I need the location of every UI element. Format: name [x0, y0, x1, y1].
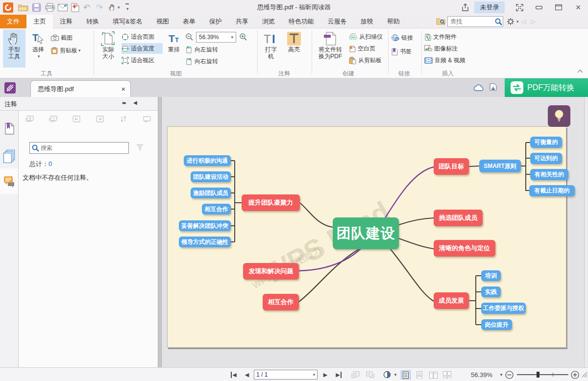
- mindmap-child-node[interactable]: 进行积极的沟通: [184, 155, 231, 166]
- fit-visible-button[interactable]: 适合视区: [122, 55, 163, 66]
- sidebar-splitter[interactable]: [158, 97, 162, 367]
- comments-search-box[interactable]: [29, 142, 129, 154]
- status-zoom-caret-icon[interactable]: ▾: [499, 368, 504, 381]
- save-icon[interactable]: [32, 2, 41, 13]
- hand-mode-icon[interactable]: ▾: [109, 2, 120, 13]
- mindmap-child-node[interactable]: 相互合作: [202, 204, 231, 214]
- undo-icon[interactable]: ↶: [83, 2, 90, 13]
- collapse-ribbon-icon[interactable]: [577, 70, 583, 73]
- actual-size-button[interactable]: 实际大小: [97, 29, 120, 68]
- view-mode-icon[interactable]: [382, 368, 392, 381]
- tab-form[interactable]: 表单: [176, 15, 202, 28]
- comments-panel-icon[interactable]: [0, 169, 18, 194]
- from-clipboard-button[interactable]: 从剪贴板: [349, 55, 382, 66]
- rotate-left-button[interactable]: 向左旋转: [185, 44, 218, 55]
- resize-grip[interactable]: [581, 368, 588, 381]
- mindmap-root-node[interactable]: 团队建设: [333, 217, 399, 249]
- select-tool-button[interactable]: T 选择 ▾: [27, 29, 49, 68]
- cloud-icon[interactable]: [473, 84, 484, 92]
- reflow-button[interactable]: TT 重排: [165, 29, 183, 68]
- minimize-button[interactable]: [533, 2, 545, 13]
- rotate-right-button[interactable]: 向右旋转: [185, 56, 218, 67]
- comments-search-input[interactable]: [40, 144, 128, 151]
- hand-tool-button[interactable]: 手型工具: [3, 29, 25, 68]
- mindmap-child-node[interactable]: 激励团队成员: [191, 188, 231, 198]
- mindmap-branch-node[interactable]: 相互合作: [263, 294, 299, 310]
- convert-to-pdf-button[interactable]: 将文件转换为PDF: [315, 29, 346, 68]
- mindmap-child-node[interactable]: 实践: [481, 286, 501, 297]
- expand-panel-icon[interactable]: ▸▸: [122, 100, 125, 105]
- mindmap-branch-node[interactable]: 成员发展: [434, 292, 469, 309]
- zoom-in-icon[interactable]: [239, 33, 247, 41]
- mindmap-child-node[interactable]: 领导方式的正确性: [179, 237, 231, 247]
- mindmap-branch-node[interactable]: 清晰的角色与定位: [434, 240, 495, 257]
- close-button[interactable]: ×: [572, 2, 584, 13]
- expand-all-comments-icon[interactable]: [24, 115, 34, 123]
- foxit-logo-icon[interactable]: [3, 2, 13, 13]
- bookmark-button[interactable]: 书签: [391, 46, 412, 57]
- nav-forward-icon[interactable]: ▷: [531, 18, 536, 25]
- mindmap-child-node[interactable]: 可达到的: [530, 153, 562, 164]
- find-box[interactable]: [447, 16, 503, 27]
- previous-page-button[interactable]: ◀: [243, 368, 251, 381]
- tab-file[interactable]: 文件: [0, 15, 26, 28]
- filter-comments-icon[interactable]: [136, 144, 144, 151]
- mindmap-child-node[interactable]: 培训: [481, 270, 501, 281]
- tab-share[interactable]: 共享: [229, 15, 255, 28]
- fit-width-button[interactable]: 适合宽度: [122, 43, 163, 54]
- next-view-button[interactable]: [365, 368, 375, 381]
- zoom-out-icon[interactable]: [185, 33, 194, 41]
- search-folder-icon[interactable]: [436, 17, 445, 25]
- tab-fill-sign[interactable]: 填写&签名: [106, 15, 149, 28]
- comment-bubble-icon[interactable]: [142, 115, 152, 123]
- mindmap-branch-node[interactable]: 挑选团队成员: [434, 210, 483, 226]
- find-search-icon[interactable]: [494, 17, 503, 26]
- mindmap-branch-node[interactable]: 团队目标: [434, 158, 469, 175]
- bookmarks-panel-icon[interactable]: [0, 117, 18, 141]
- start-page-icon[interactable]: [4, 82, 16, 94]
- previous-comment-icon[interactable]: [72, 115, 81, 123]
- first-page-button[interactable]: ◀: [228, 368, 239, 381]
- maximize-button[interactable]: [553, 2, 564, 13]
- settings-caret-icon[interactable]: ▾: [516, 19, 519, 24]
- email-icon[interactable]: [58, 2, 68, 13]
- mindmap-child-node[interactable]: 可衡量的: [530, 137, 562, 148]
- share-icon[interactable]: [461, 2, 470, 13]
- next-page-button[interactable]: ▶: [321, 368, 329, 381]
- from-scanner-button[interactable]: 从扫描仪: [349, 31, 383, 42]
- mindmap-child-node[interactable]: 有截止日期的: [529, 185, 575, 196]
- mindmap-child-node[interactable]: 工作委派与授权: [481, 303, 526, 314]
- screenshot-button[interactable]: 截图: [51, 32, 73, 43]
- tab-help[interactable]: 帮助: [380, 15, 407, 28]
- fullscreen-icon[interactable]: [514, 2, 525, 13]
- save-to-cloud-icon[interactable]: [489, 83, 497, 92]
- zoom-slider-track[interactable]: [517, 374, 568, 375]
- print-icon[interactable]: [45, 2, 55, 13]
- settings-gear-icon[interactable]: [507, 18, 514, 25]
- zoom-combo[interactable]: 56.39% ▾: [196, 32, 236, 43]
- pdf-convert-button[interactable]: PDF万能转换: [505, 78, 588, 97]
- mindmap-branch-node[interactable]: 发现和解决问题: [243, 263, 299, 280]
- last-page-button[interactable]: ▶: [333, 368, 344, 381]
- create-pdf-icon[interactable]: [71, 2, 79, 13]
- nav-back-icon[interactable]: ◁: [521, 18, 526, 25]
- document-tab[interactable]: 思维导图.pdf ×: [30, 80, 131, 97]
- blank-page-button[interactable]: 空白页: [349, 43, 375, 54]
- view-mode-caret-icon[interactable]: ▾: [393, 368, 398, 381]
- collapse-panel-icon[interactable]: ◀: [133, 100, 137, 105]
- document-tab-close-icon[interactable]: ×: [121, 85, 125, 93]
- facing-view-button[interactable]: [428, 370, 438, 380]
- tab-view[interactable]: 视图: [149, 15, 176, 28]
- audio-video-button[interactable]: 音频 & 视频: [424, 55, 466, 66]
- mindmap-child-node[interactable]: 妥善解决团队冲突: [179, 220, 231, 231]
- find-input[interactable]: [448, 18, 494, 25]
- collapse-all-comments-icon[interactable]: [48, 115, 58, 123]
- zoom-slider-thumb[interactable]: [537, 372, 539, 378]
- login-status[interactable]: 未登录: [474, 1, 505, 13]
- open-file-icon[interactable]: [18, 2, 28, 13]
- tab-present[interactable]: 放映: [354, 15, 380, 28]
- tab-features[interactable]: 特色功能: [282, 15, 321, 28]
- zoom-in-button[interactable]: [570, 368, 579, 381]
- typewriter-button[interactable]: TI 打字机: [261, 29, 281, 68]
- redo-icon[interactable]: ↷: [96, 2, 103, 13]
